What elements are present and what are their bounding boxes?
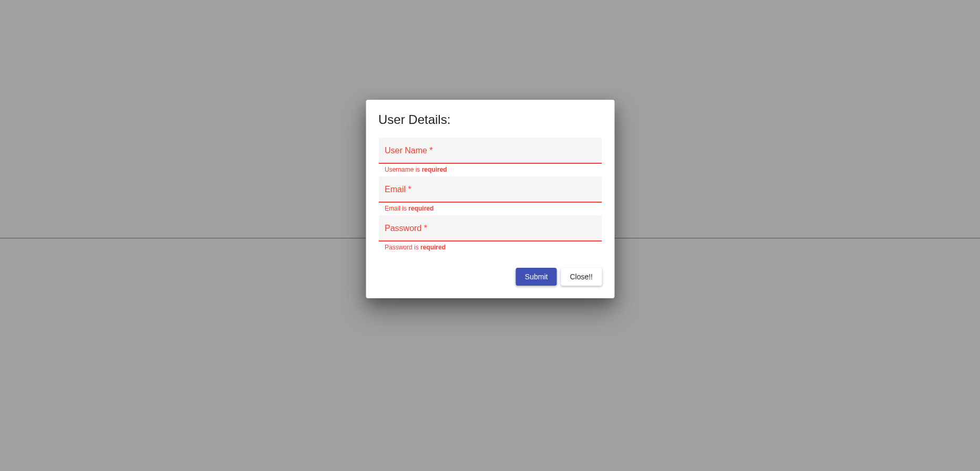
user-details-dialog: User Details: Username is required Email… [366,100,614,298]
dialog-title: User Details: [378,112,602,127]
username-error: Username is required [378,164,602,176]
email-error-bold: required [408,205,434,212]
email-input[interactable] [378,176,602,203]
password-error: Password is required [378,242,602,254]
password-error-bold: required [420,244,446,251]
submit-button[interactable]: Submit [516,268,557,286]
username-input[interactable] [378,138,602,164]
email-error: Email is required [378,203,602,215]
username-error-bold: required [422,166,447,173]
email-error-prefix: Email is [385,205,408,212]
close-button[interactable]: Close!! [561,268,602,286]
email-field-wrap: Email is required [378,176,602,215]
username-field-wrap: Username is required [378,138,602,176]
dialog-actions: Submit Close!! [378,268,602,286]
password-field-wrap: Password is required [378,215,602,254]
password-input[interactable] [378,215,602,242]
password-error-prefix: Password is [385,244,420,251]
username-error-prefix: Username is [385,166,422,173]
